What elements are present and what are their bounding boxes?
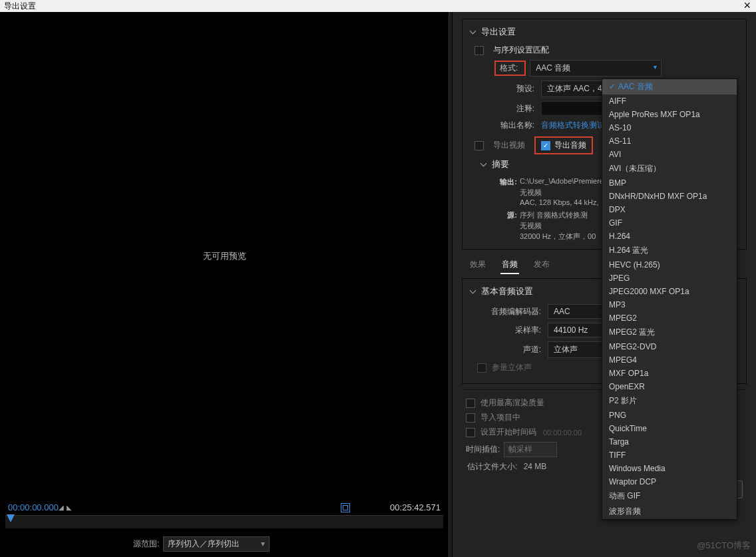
format-option[interactable]: MPEG2-DVD (602, 340, 737, 353)
format-option[interactable]: 波形音频 (602, 504, 737, 519)
tab-publish[interactable]: 发布 (532, 256, 551, 274)
time-start: 00:00:00.000 (8, 502, 59, 512)
chevron-down-icon (481, 161, 488, 168)
scrubber[interactable] (5, 515, 443, 528)
match-sequence-checkbox[interactable] (474, 46, 484, 55)
param-stereo-label: 参量立体声 (492, 362, 532, 373)
format-option[interactable]: GIF (602, 216, 737, 230)
channel-label: 声道: (481, 344, 541, 355)
range-label: 源范围: (133, 538, 159, 550)
mark-out-icon[interactable]: ◣ (67, 504, 72, 511)
format-option[interactable]: Apple ProRes MXF OP1a (602, 108, 737, 121)
format-option[interactable]: MP3 (602, 298, 737, 311)
chevron-down-icon (471, 288, 477, 295)
param-stereo-checkbox (477, 363, 486, 373)
format-option[interactable]: PNG (602, 409, 737, 422)
format-dropdown[interactable]: AAC 音频AIFFApple ProRes MXF OP1aAS-10AS-1… (602, 79, 737, 520)
start-timecode-checkbox[interactable] (466, 428, 475, 437)
format-option[interactable]: MPEG2 蓝光 (602, 325, 737, 340)
format-option[interactable]: MPEG4 (602, 353, 737, 367)
chevron-down-icon: ▾ (261, 539, 265, 548)
format-option[interactable]: AVI (602, 148, 737, 161)
export-audio-label: 导出音频 (554, 140, 586, 151)
format-option[interactable]: DPX (602, 203, 737, 216)
export-settings-header[interactable]: 导出设置 (471, 26, 738, 38)
format-option[interactable]: Windows Media (602, 462, 737, 475)
interp-label: 时间插值: (466, 444, 500, 455)
match-sequence-label: 与序列设置匹配 (493, 45, 549, 56)
format-option[interactable]: OpenEXR (602, 380, 737, 393)
preset-label: 预设: (494, 83, 534, 94)
playhead-icon[interactable] (7, 514, 15, 522)
format-option[interactable]: AS-11 (602, 134, 737, 148)
interp-select[interactable]: 帧采样 (504, 442, 557, 457)
import-project-label: 导入项目中 (480, 412, 520, 423)
est-label: 估计文件大小: (467, 462, 517, 471)
fit-icon[interactable] (341, 503, 350, 512)
output-name-link[interactable]: 音频格式转换测试 (541, 120, 605, 131)
chevron-down-icon (471, 29, 477, 35)
titlebar: 导出设置 × (0, 0, 756, 12)
format-option[interactable]: Targa (602, 435, 737, 449)
codec-label: 音频编解码器: (481, 306, 541, 317)
format-option[interactable]: DNxHR/DNxHD MXF OP1a (602, 190, 737, 203)
start-timecode-label: 设置开始时间码 (480, 427, 536, 438)
export-audio-checkbox[interactable]: ✓ (541, 141, 550, 150)
timeline-bar: 00:00:00.000 ◢ ◣ 00:25:42.571 (0, 500, 449, 515)
range-select[interactable]: 序列切入／序列切出 ▾ (163, 536, 270, 552)
tab-audio[interactable]: 音频 (500, 256, 519, 274)
export-video-checkbox[interactable] (474, 141, 484, 150)
format-option[interactable]: TIFF (602, 449, 737, 462)
output-name-label: 输出名称: (478, 120, 534, 131)
max-quality-label: 使用最高渲染质量 (480, 397, 544, 409)
format-option[interactable]: AAC 音频 (602, 79, 737, 94)
format-option[interactable]: MXF OP1a (602, 367, 737, 380)
format-select[interactable]: AAC 音频 ▾ (530, 60, 662, 77)
format-option[interactable]: QuickTime (602, 422, 737, 435)
format-option[interactable]: JPEG2000 MXF OP1a (602, 285, 737, 298)
format-option[interactable]: Wraptor DCP (602, 475, 737, 488)
format-option[interactable]: AVI（未压缩） (602, 161, 737, 176)
mark-in-icon[interactable]: ◢ (59, 504, 64, 511)
max-quality-checkbox[interactable] (466, 399, 475, 408)
time-end: 00:25:42.571 (390, 502, 441, 512)
sample-label: 采样率: (481, 325, 541, 336)
export-video-label: 导出视频 (493, 140, 525, 151)
format-option[interactable]: BMP (602, 176, 737, 190)
format-label: 格式: (497, 62, 520, 74)
format-option[interactable]: P2 影片 (602, 393, 737, 409)
close-icon[interactable]: × (743, 0, 751, 13)
format-option[interactable]: AIFF (602, 94, 737, 108)
no-preview-text: 无可用预览 (0, 12, 449, 500)
chevron-down-icon: ▾ (654, 63, 657, 71)
comment-label: 注释: (494, 103, 534, 114)
est-value: 24 MB (524, 462, 547, 471)
tab-effects[interactable]: 效果 (469, 256, 487, 274)
format-option[interactable]: AS-10 (602, 121, 737, 134)
start-timecode-value: 00:00:00:00 (543, 429, 582, 437)
import-project-checkbox[interactable] (466, 413, 475, 423)
preview-panel: 无可用预览 00:00:00.000 ◢ ◣ 00:25:42.571 源范围:… (0, 12, 449, 557)
format-option[interactable]: HEVC (H.265) (602, 258, 737, 272)
format-option[interactable]: H.264 (602, 230, 737, 243)
window-title: 导出设置 (4, 1, 36, 11)
format-option[interactable]: MPEG2 (602, 311, 737, 325)
format-option[interactable]: H.264 蓝光 (602, 243, 737, 258)
watermark: @51CTO博客 (697, 540, 751, 552)
format-option[interactable]: JPEG (602, 272, 737, 285)
format-option[interactable]: 动画 GIF (602, 488, 737, 504)
